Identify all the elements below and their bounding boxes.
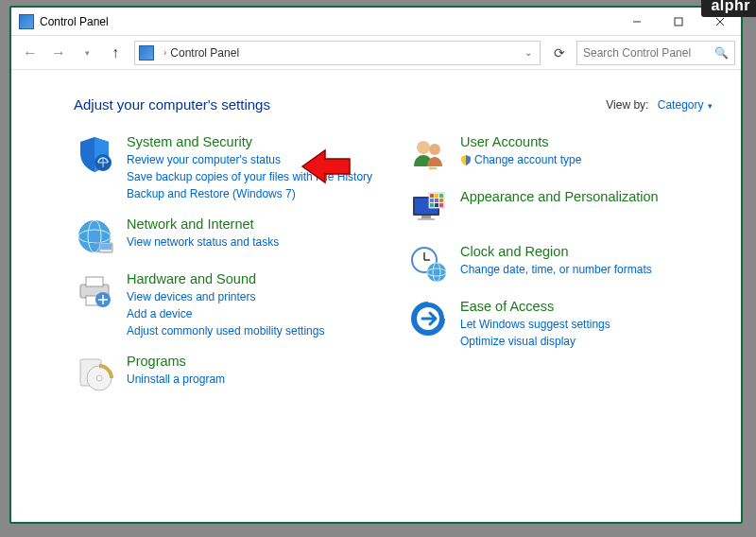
view-by-label: View by: (606, 98, 648, 112)
svg-rect-11 (86, 277, 103, 286)
category-link[interactable]: Network and Internet (127, 216, 279, 234)
category-user-accounts: User Accounts Change account type (407, 133, 713, 175)
chevron-right-icon: › (163, 47, 166, 58)
watermark-badge: alphr (701, 0, 756, 17)
sub-link[interactable]: Let Windows suggest settings (460, 316, 610, 333)
content-area: Adjust your computer's settings View by:… (11, 70, 741, 522)
sub-link[interactable]: View network status and tasks (127, 234, 279, 251)
svg-rect-30 (430, 203, 434, 207)
shield-icon (74, 133, 115, 175)
svg-point-18 (429, 144, 440, 155)
sub-link[interactable]: Add a device (127, 305, 324, 322)
titlebar: Control Panel (11, 8, 741, 36)
control-panel-window: Control Panel ← → ▾ ↑ › Control Panel ⌄ … (11, 8, 741, 522)
clock-globe-icon (407, 243, 449, 285)
chevron-down-icon: ▾ (705, 101, 713, 111)
arrow-callout-icon (301, 148, 352, 184)
svg-point-37 (427, 263, 446, 282)
printer-icon (74, 270, 115, 312)
shield-badge-icon (460, 154, 472, 165)
app-icon (19, 14, 34, 29)
sub-link[interactable]: View devices and printers (127, 288, 324, 305)
category-hardware-and-sound: Hardware and Sound View devices and prin… (74, 270, 379, 339)
minimize-button[interactable] (616, 9, 658, 35)
svg-rect-22 (418, 218, 435, 220)
search-placeholder: Search Control Panel (583, 46, 691, 60)
category-link[interactable]: Ease of Access (460, 298, 610, 316)
search-input[interactable]: Search Control Panel 🔍 (576, 41, 735, 65)
monitor-palette-icon (407, 188, 449, 230)
sub-link[interactable]: Uninstall a program (127, 371, 225, 388)
chevron-down-icon[interactable]: ⌄ (521, 47, 536, 58)
svg-rect-9 (100, 244, 112, 250)
users-icon (407, 133, 449, 175)
category-network-and-internet: Network and Internet View network status… (74, 216, 379, 257)
sub-link[interactable]: Change account type (474, 151, 581, 168)
ease-of-access-icon (407, 298, 449, 339)
svg-point-16 (96, 375, 102, 381)
sub-link[interactable]: Change date, time, or number formats (460, 261, 652, 278)
globe-icon (74, 216, 115, 257)
category-link[interactable]: Programs (127, 353, 225, 371)
category-link[interactable]: User Accounts (460, 133, 581, 151)
svg-rect-25 (435, 194, 438, 198)
category-link[interactable]: Hardware and Sound (127, 270, 324, 288)
category-appearance-and-personalization: Appearance and Personalization (407, 188, 713, 230)
category-ease-of-access: Ease of Access Let Windows suggest setti… (407, 298, 713, 350)
address-bar[interactable]: › Control Panel ⌄ (134, 41, 541, 65)
svg-rect-32 (439, 203, 443, 207)
category-programs: Programs Uninstall a program (74, 353, 379, 394)
category-link[interactable]: Clock and Region (460, 243, 652, 261)
svg-rect-21 (421, 216, 431, 218)
category-clock-and-region: Clock and Region Change date, time, or n… (407, 243, 713, 285)
svg-rect-27 (430, 199, 434, 202)
recent-dropdown[interactable]: ▾ (74, 40, 100, 66)
svg-point-17 (417, 141, 430, 154)
svg-rect-31 (435, 203, 438, 207)
right-column: User Accounts Change account type Appear… (407, 133, 713, 394)
maximize-button[interactable] (658, 9, 699, 35)
svg-rect-28 (435, 199, 438, 202)
sub-link[interactable]: Backup and Restore (Windows 7) (127, 185, 372, 202)
sub-link[interactable]: Optimize visual display (460, 333, 610, 350)
breadcrumb[interactable]: Control Panel (170, 46, 239, 60)
view-by-control: View by: Category ▾ (606, 98, 713, 112)
svg-marker-42 (302, 150, 350, 182)
page-title: Adjust your computer's settings (74, 96, 606, 113)
disc-icon (74, 353, 115, 394)
sub-link[interactable]: Adjust commonly used mobility settings (127, 322, 324, 339)
category-link[interactable]: Appearance and Personalization (460, 188, 659, 206)
refresh-button[interactable]: ⟳ (546, 40, 573, 66)
navbar: ← → ▾ ↑ › Control Panel ⌄ ⟳ Search Contr… (11, 36, 741, 70)
svg-rect-1 (675, 18, 682, 26)
search-icon[interactable]: 🔍 (714, 46, 729, 60)
back-button[interactable]: ← (17, 40, 43, 66)
forward-button[interactable]: → (45, 40, 72, 66)
window-title: Control Panel (40, 15, 616, 28)
control-panel-icon (139, 45, 154, 61)
svg-rect-29 (439, 199, 443, 202)
svg-rect-24 (430, 194, 434, 198)
view-by-dropdown[interactable]: Category ▾ (658, 98, 713, 112)
up-button[interactable]: ↑ (102, 40, 129, 66)
svg-rect-26 (439, 194, 443, 198)
